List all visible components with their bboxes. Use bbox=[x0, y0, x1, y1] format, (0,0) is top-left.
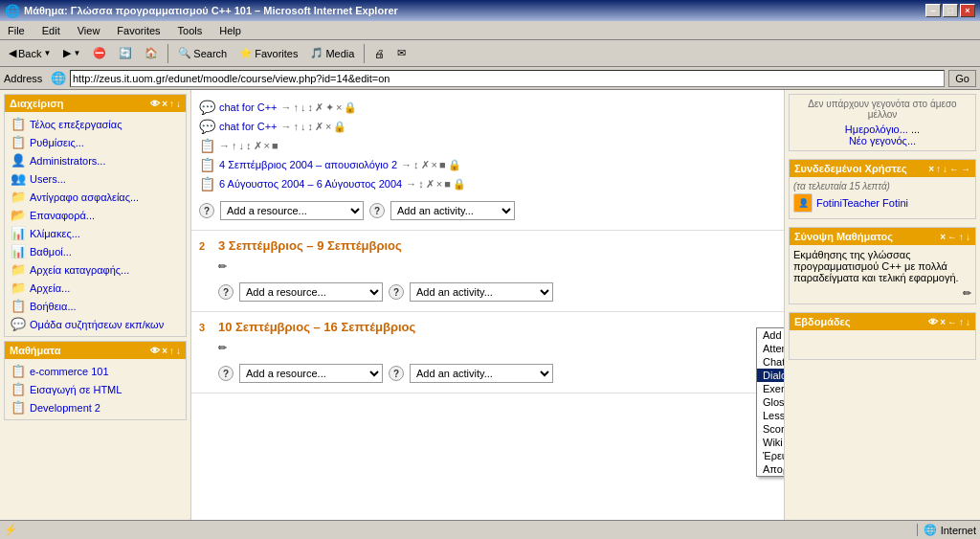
section3-help-resource-icon[interactable]: ? bbox=[218, 366, 234, 381]
management-down-icon[interactable]: ↓ bbox=[176, 99, 181, 109]
section2-title-link[interactable]: 3 Σεπτέμβριος – 9 Σεπτέμβριος bbox=[218, 238, 402, 253]
management-eye-icon[interactable]: 👁 bbox=[150, 99, 160, 109]
management-x-icon[interactable]: × bbox=[162, 99, 167, 109]
menu-file[interactable]: File bbox=[4, 24, 29, 37]
sidebar-item-restore[interactable]: 📂 Επαναφορά... bbox=[8, 206, 183, 224]
chat1-move-up-icon[interactable]: ↑ bbox=[294, 101, 300, 113]
menu-view[interactable]: View bbox=[74, 24, 104, 37]
section2-help-activity-icon[interactable]: ? bbox=[389, 284, 404, 300]
dropdown-item-chat[interactable]: Chat bbox=[757, 355, 784, 369]
stop-button[interactable]: ⛔ bbox=[88, 44, 111, 62]
aug6-move-icon[interactable]: ↕ bbox=[418, 178, 424, 190]
weeks-x-icon[interactable]: × bbox=[940, 317, 946, 327]
synopsis-down-icon[interactable]: ↓ bbox=[966, 232, 970, 242]
sept4-x-icon[interactable]: × bbox=[432, 159, 437, 170]
management-up-icon[interactable]: ↑ bbox=[169, 99, 174, 109]
sept4-delete-icon[interactable]: ✗ bbox=[421, 159, 430, 171]
chat2-delete-icon[interactable]: ✗ bbox=[315, 121, 323, 133]
section3-add-resource-select[interactable]: Add a resource... bbox=[239, 364, 383, 383]
aug6-delete-icon[interactable]: ✗ bbox=[426, 178, 434, 191]
chat1-move-down-icon[interactable]: ↓ bbox=[301, 101, 306, 113]
calendar-link[interactable]: Ημερολόγιο... bbox=[845, 124, 908, 135]
sidebar-item-development[interactable]: 📋 Development 2 bbox=[8, 398, 183, 416]
chat2-move-up-icon[interactable]: ↑ bbox=[294, 121, 300, 132]
sidebar-item-help[interactable]: 📋 Βοήθεια... bbox=[8, 297, 183, 315]
home-button[interactable]: 🏠 bbox=[140, 44, 163, 62]
minimize-button[interactable]: – bbox=[925, 4, 941, 17]
blank-delete-icon[interactable]: ✗ bbox=[254, 140, 262, 152]
address-input[interactable] bbox=[70, 70, 945, 87]
sidebar-item-logs[interactable]: 📁 Αρχεία καταγραφής... bbox=[8, 260, 183, 279]
chat1-indent-icon[interactable]: ↕ bbox=[308, 101, 314, 113]
synopsis-edit-icon[interactable]: ✏ bbox=[963, 287, 971, 299]
sidebar-item-settings[interactable]: 📋 Ρυθμίσεις... bbox=[8, 133, 183, 151]
weeks-eye-icon[interactable]: 👁 bbox=[928, 317, 938, 327]
cu-left-icon[interactable]: ← bbox=[949, 164, 959, 174]
cu-x-icon[interactable]: × bbox=[928, 164, 934, 174]
maximize-button[interactable]: □ bbox=[943, 4, 958, 17]
sept4-link[interactable]: 4 Σεπτέμβριος 2004 – απουσιολόγιο 2 bbox=[219, 159, 397, 170]
aug6-arrow-icon[interactable]: → bbox=[406, 178, 416, 190]
new-event-link[interactable]: Νέο γεγονός... bbox=[849, 135, 916, 146]
sidebar-item-administrators[interactable]: 👤 Administrators... bbox=[8, 151, 183, 169]
mathimata-x-icon[interactable]: × bbox=[162, 346, 167, 356]
chat1-link[interactable]: chat for C++ bbox=[219, 101, 278, 113]
forward-button[interactable]: ▶ ▼ bbox=[58, 44, 85, 62]
chat1-edit-icon[interactable]: ✦ bbox=[325, 101, 334, 114]
media-button[interactable]: 🎵 Media bbox=[305, 44, 359, 62]
dropdown-item-scorm[interactable]: Scorm bbox=[757, 422, 784, 436]
chat2-arrow-icon[interactable]: → bbox=[281, 121, 292, 132]
section2-edit-icon[interactable]: ✏ bbox=[218, 260, 227, 273]
chat2-link[interactable]: chat for C++ bbox=[219, 121, 278, 132]
section0-help-activity-icon[interactable]: ? bbox=[369, 203, 385, 218]
blank-arrow-icon[interactable]: → bbox=[219, 140, 230, 151]
section3-edit-icon[interactable]: ✏ bbox=[218, 342, 227, 354]
aug6-x-icon[interactable]: × bbox=[436, 178, 442, 190]
section3-add-activity-select[interactable]: Add an activity... bbox=[410, 364, 553, 383]
cu-right-icon[interactable]: → bbox=[961, 164, 970, 174]
section3-help-activity-icon[interactable]: ? bbox=[389, 366, 404, 381]
dropdown-item-attendance[interactable]: Attendance bbox=[757, 342, 784, 355]
weeks-down-icon[interactable]: ↓ bbox=[966, 317, 970, 327]
mathimata-up-icon[interactable]: ↑ bbox=[169, 346, 174, 356]
chat1-arrow-icon[interactable]: → bbox=[281, 101, 292, 113]
sidebar-item-end-edit[interactable]: 📋 Τέλος επεξεργασίας bbox=[8, 115, 183, 133]
sidebar-item-backup[interactable]: 📁 Αντίγραφο ασφαλείας... bbox=[8, 188, 183, 206]
sidebar-item-html[interactable]: 📋 Εισαγωγή σε HTML bbox=[8, 380, 183, 398]
dropdown-item-dialogue[interactable]: Dialogue bbox=[757, 369, 784, 382]
menu-edit[interactable]: Edit bbox=[38, 24, 64, 37]
cu-up-icon[interactable]: ↑ bbox=[936, 164, 941, 174]
dropdown-item-aporias[interactable]: Απορίες bbox=[757, 462, 784, 476]
section0-help-resource-icon[interactable]: ? bbox=[199, 203, 214, 218]
dropdown-item-wiki[interactable]: Wiki bbox=[757, 436, 784, 449]
sidebar-item-files[interactable]: 📁 Αρχεία... bbox=[8, 279, 183, 297]
sidebar-item-forum[interactable]: 💬 Ομάδα συζητήσεων εκπ/κων bbox=[8, 315, 183, 333]
synopsis-up-icon[interactable]: ↑ bbox=[959, 232, 964, 242]
dropdown-item-lesson[interactable]: Lesson bbox=[757, 409, 784, 422]
cu-down-icon[interactable]: ↓ bbox=[943, 164, 947, 174]
section2-add-resource-select[interactable]: Add a resource... bbox=[239, 282, 383, 302]
blank-x-icon[interactable]: × bbox=[264, 140, 270, 151]
print-button[interactable]: 🖨 bbox=[369, 45, 390, 62]
weeks-up-icon[interactable]: ↑ bbox=[959, 317, 964, 327]
chat2-move-down-icon[interactable]: ↓ bbox=[301, 121, 306, 132]
search-button[interactable]: 🔍 Search bbox=[173, 44, 232, 62]
chat2-indent-icon[interactable]: ↕ bbox=[308, 121, 314, 132]
sidebar-item-grades[interactable]: 📊 Βαθμοί... bbox=[8, 242, 183, 260]
weeks-left-icon[interactable]: ← bbox=[947, 317, 957, 327]
mathimata-down-icon[interactable]: ↓ bbox=[176, 346, 181, 356]
chat1-delete-icon[interactable]: ✗ bbox=[315, 101, 323, 114]
sidebar-item-scales[interactable]: 📊 Κλίμακες... bbox=[8, 224, 183, 242]
dropdown-item-header[interactable]: Add an activity... bbox=[757, 328, 784, 342]
menu-help[interactable]: Help bbox=[215, 24, 245, 37]
fotini-link[interactable]: FotiniTeacher Fotini bbox=[816, 197, 908, 209]
dropdown-item-erevna[interactable]: Έρευνα bbox=[757, 449, 784, 462]
blank-indent-icon[interactable]: ↕ bbox=[246, 140, 252, 151]
chat1-x-icon[interactable]: × bbox=[336, 101, 342, 113]
favorites-button[interactable]: ⭐ Favorites bbox=[234, 44, 302, 62]
sidebar-item-users[interactable]: 👥 Users... bbox=[8, 169, 183, 188]
section3-title-link[interactable]: 10 Σεπτέμβριος – 16 Σεπτέμβριος bbox=[218, 320, 415, 334]
synopsis-x-icon[interactable]: × bbox=[940, 232, 946, 242]
sidebar-item-ecommerce[interactable]: 📋 e-commerce 101 bbox=[8, 362, 183, 380]
go-button[interactable]: Go bbox=[948, 70, 976, 87]
